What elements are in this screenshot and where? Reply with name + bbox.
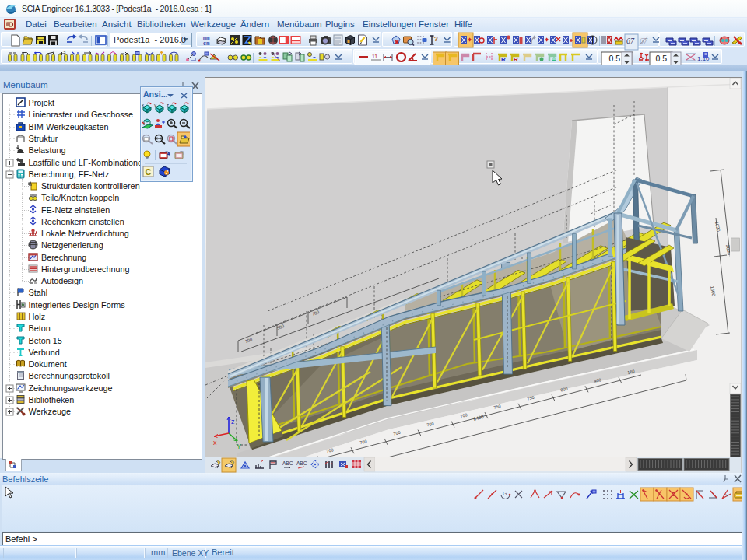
svg-text:z: z: [231, 418, 235, 425]
svg-text:z: z: [167, 103, 169, 107]
svg-text:ABC: ABC: [296, 460, 307, 466]
svg-text:Holz: Holz: [29, 312, 46, 321]
svg-text:Belastung: Belastung: [29, 145, 66, 155]
svg-text:BIM-Werkzeugkasten: BIM-Werkzeugkasten: [29, 122, 109, 131]
svg-text:Beton 15: Beton 15: [29, 336, 62, 345]
svg-text:Linienraster und Geschosse: Linienraster und Geschosse: [29, 110, 133, 119]
svg-text:11: 11: [372, 54, 377, 59]
svg-text:Struktur: Struktur: [29, 134, 58, 143]
svg-text:Berechnung: Berechnung: [41, 253, 86, 262]
svg-text:Rechenkern einstellen: Rechenkern einstellen: [41, 217, 124, 226]
svg-text:Verbund: Verbund: [29, 348, 60, 357]
svg-text:FE-Netz einstellen: FE-Netz einstellen: [41, 205, 110, 215]
svg-text:Hintergrundberechnung: Hintergrundberechnung: [41, 264, 129, 274]
svg-text:Integriertes Design Forms: Integriertes Design Forms: [29, 300, 126, 310]
svg-text:Netzgenerierung: Netzgenerierung: [41, 240, 103, 250]
svg-text:Strukturdaten kontrollieren: Strukturdaten kontrollieren: [41, 181, 140, 191]
svg-text:Berechnung, FE-Netz: Berechnung, FE-Netz: [29, 170, 110, 179]
svg-text:R: R: [501, 56, 506, 63]
svg-text:Autodesign: Autodesign: [41, 276, 83, 285]
svg-text:Lastfälle und LF-Kombinatione: Lastfälle und LF-Kombinatione: [29, 158, 142, 167]
svg-text:Beton: Beton: [29, 324, 51, 333]
svg-text:x: x: [213, 439, 217, 446]
svg-text:67: 67: [626, 37, 635, 45]
svg-text:Projekt: Projekt: [29, 98, 55, 107]
svg-text:0.5: 0.5: [608, 54, 620, 63]
svg-text:C: C: [146, 167, 152, 177]
svg-text:y: y: [154, 103, 156, 107]
svg-text:Dokument: Dokument: [29, 359, 67, 369]
svg-text:Berechnungsprotokoll: Berechnungsprotokoll: [29, 371, 110, 380]
svg-text:Teile/Knoten koppeln: Teile/Knoten koppeln: [41, 193, 119, 202]
svg-text:R: R: [514, 56, 518, 63]
svg-text:Bibliotheken: Bibliotheken: [29, 395, 75, 404]
svg-text:0.5: 0.5: [655, 54, 667, 63]
svg-text:Zeichnungswerkzeuge: Zeichnungswerkzeuge: [29, 383, 113, 393]
svg-text:Lokale Netzverdichtung: Lokale Netzverdichtung: [41, 229, 129, 238]
svg-text:G: G: [503, 491, 507, 496]
svg-text:cm: cm: [203, 40, 209, 47]
svg-text:Stahl: Stahl: [29, 288, 48, 297]
svg-text:Y: Y: [237, 443, 241, 450]
svg-text:x: x: [142, 103, 144, 107]
svg-text:2: 2: [64, 51, 66, 55]
svg-text:ABC: ABC: [282, 460, 293, 466]
svg-text:Werkzeuge: Werkzeuge: [29, 407, 71, 416]
svg-text:?: ?: [434, 35, 439, 43]
